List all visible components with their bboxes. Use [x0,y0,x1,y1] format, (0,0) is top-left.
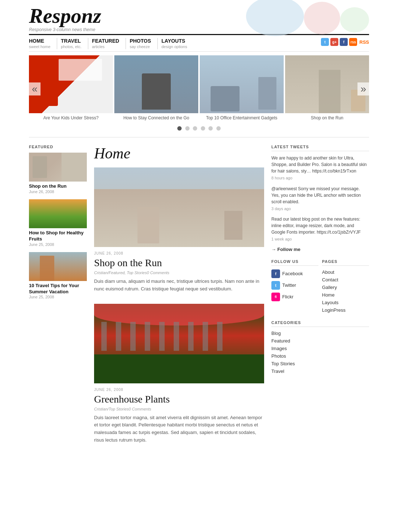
categories-section: CATEGORIES Blog Featured Images Photos T… [271,320,369,374]
article-1-meta: Cristian/Featured, Top Stories0 Comments [94,271,264,275]
slide-1-image [29,55,113,113]
page-title: Home [94,145,264,162]
article-1: JUNE 26, 2008 Shop on the Run Cristian/F… [94,167,264,293]
page-layouts[interactable]: Layouts [322,300,369,305]
page-loginpress[interactable]: LoginPress [322,307,369,313]
slider-dot-6[interactable] [216,126,221,131]
slide-2: How to Stay Connected on the Go [114,55,198,123]
slider-dot-5[interactable] [208,126,213,131]
cat-top-stories[interactable]: Top Stories [271,361,369,366]
slide-3: Top 10 Office Entertainment Gadgets [200,55,284,123]
slider-dot-1[interactable] [177,126,182,131]
featured-item-3: 10 Travel Tips for Your Summer Vacation … [29,252,87,299]
featured-title-3[interactable]: 10 Travel Tips for Your Summer Vacation [29,283,87,295]
slider-images: Are Your Kids Under Stress? How to Stay … [29,55,369,123]
latest-tweets-section: LATEST TWEETS We are happy to add anothe… [271,145,369,252]
main-nav: HOME sweet home TRAVEL photos, etc. FEAT… [29,34,369,52]
slide-3-caption: Top 10 Office Entertainment Gadgets [200,113,284,123]
nav-home[interactable]: HOME sweet home [29,38,57,49]
slide-4-image [285,55,369,113]
slide-4-caption: Shop on the Run [285,113,369,123]
slider-next-button[interactable]: » [357,82,369,95]
categories-list: Blog Featured Images Photos Top Stories … [271,331,369,374]
page-gallery[interactable]: Gallery [322,285,369,290]
follow-us-title: FOLLOW US [271,259,318,266]
featured-slider: Are Your Kids Under Stress? How to Stay … [29,55,369,123]
cat-photos[interactable]: Photos [271,353,369,359]
latest-tweets-title: LATEST TWEETS [271,145,369,151]
tweet-3-time: 1 week ago [271,236,369,242]
social-links: t g+ f rss RSS [321,38,369,46]
tweet-2: @arleenwest Sorry we missed your message… [271,186,369,212]
tweet-1: We are happy to add another skin for Ult… [271,155,369,181]
slider-dot-2[interactable] [185,126,190,131]
featured-img-1 [29,153,87,182]
follow-facebook[interactable]: f Facebook [271,269,318,278]
rss-label: RSS [359,39,369,45]
slide-1-caption: Are Your Kids Under Stress? [29,113,113,123]
featured-date-2: June 25, 2008 [29,242,87,247]
follow-twitter[interactable]: t Twitter [271,281,318,290]
tweet-3: Read our latest blog post on the new fea… [271,216,369,242]
pages-title: PAGES [322,259,369,266]
sidebar-left: FEATURED Shop on the Run June 26, 2008 H… [29,145,87,455]
featured-img-2 [29,199,87,228]
categories-title: CATEGORIES [271,320,369,327]
nav-photos[interactable]: PHOTOS say cheeze [130,38,158,49]
tweet-1-time: 8 hours ago [271,175,369,181]
article-1-title[interactable]: Shop on the Run [94,257,264,269]
cat-travel[interactable]: Travel [271,369,369,374]
facebook-social-icon[interactable]: f [340,38,348,46]
article-2-date: JUNE 26, 2008 [94,388,264,392]
slider-prev-button[interactable]: « [29,82,41,95]
article-1-image [94,167,264,247]
article-2-excerpt: Duis laoreet tortor magna, sit amet vive… [94,414,264,444]
nav-layouts[interactable]: LAYOUTS design options [161,38,194,49]
slider-dot-3[interactable] [193,126,197,131]
page-about[interactable]: About [322,269,369,275]
slide-1: Are Your Kids Under Stress? [29,55,113,123]
follow-flickr[interactable]: fl Flickr [271,293,318,301]
main-content: FEATURED Shop on the Run June 26, 2008 H… [29,137,369,462]
slide-4: Shop on the Run [285,55,369,123]
featured-img-3 [29,252,87,281]
cat-blog[interactable]: Blog [271,331,369,336]
gplus-social-icon[interactable]: g+ [330,38,338,46]
article-1-date: JUNE 26, 2008 [94,251,264,255]
page-home[interactable]: Home [322,292,369,298]
article-2-image [94,304,264,383]
article-2: JUNE 26, 2008 Greenhouse Plants Cristian… [94,304,264,444]
cat-featured[interactable]: Featured [271,338,369,344]
follow-me-link[interactable]: → Follow me [271,247,369,252]
sidebar-right: LATEST TWEETS We are happy to add anothe… [271,145,369,455]
twitter-icon: t [271,281,280,290]
flickr-icon: fl [271,293,280,301]
center-content: Home JUNE 26, 2008 Shop on the Run Crist… [94,145,264,455]
nav-items: HOME sweet home TRAVEL photos, etc. FEAT… [29,38,321,49]
follow-pages-section: FOLLOW US f Facebook t Twitter fl Flickr… [271,259,369,315]
rss-social-icon[interactable]: rss [349,38,357,46]
nav-travel[interactable]: TRAVEL photos, etc. [61,38,88,49]
slide-3-image [200,55,284,113]
article-1-excerpt: Duis diam urna, aliquam id mauris nec, t… [94,278,264,293]
featured-date-3: June 25, 2008 [29,295,87,299]
featured-item-2: How to Shop for Healthy Fruits June 25, … [29,199,87,247]
slide-2-caption: How to Stay Connected on the Go [114,113,198,123]
slide-2-image [114,55,198,113]
nav-featured[interactable]: FEATURED articles [92,38,126,49]
article-2-title[interactable]: Greenhouse Plants [94,393,264,405]
featured-date-1: June 26, 2008 [29,190,87,194]
article-2-meta: Cristian/Top Stories0 Comments [94,407,264,411]
slider-dots [29,123,369,137]
slider-dot-4[interactable] [201,126,205,131]
page-contact[interactable]: Contact [322,277,369,282]
facebook-icon: f [271,269,280,278]
featured-title-2[interactable]: How to Shop for Healthy Fruits [29,230,87,242]
featured-section-title: FEATURED [29,145,87,149]
featured-title-1[interactable]: Shop on the Run [29,183,87,190]
tweet-2-time: 3 days ago [271,206,369,212]
twitter-social-icon[interactable]: t [321,38,329,46]
cat-images[interactable]: Images [271,346,369,351]
pages-list: About Contact Gallery Home Layouts Login… [322,269,369,313]
featured-item-1: Shop on the Run June 26, 2008 [29,153,87,194]
